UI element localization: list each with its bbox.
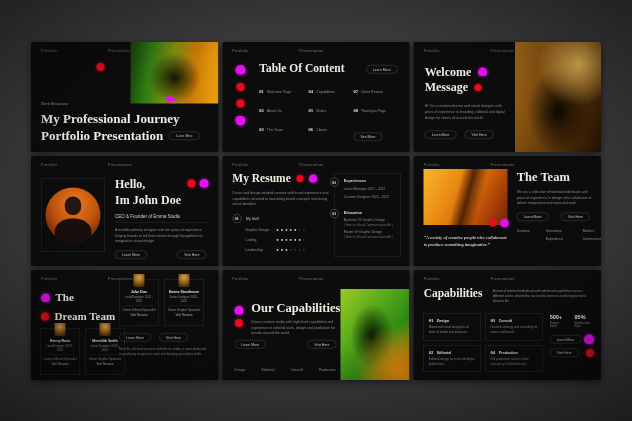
capability-desc: Full production services from concept up… [490,357,537,366]
slide-capabilities[interactable]: Portfolio Presentation Capabilities A te… [414,270,601,380]
decorative-icons [490,219,509,227]
presentation-label: Presentation [491,276,515,281]
toc-number: 05 [309,108,314,113]
learn-more-button[interactable]: Learn More [115,251,147,260]
team-member-card[interactable]: Kenny Rose Lead Designer 2021 - 2022 Own… [40,328,80,375]
slide-dream-team[interactable]: Portfolio Presentation The Dream Team Jo… [31,270,218,380]
section-number-badge: 01 [232,214,241,223]
brand-label: Portfolio [41,48,57,53]
divider [125,306,154,307]
tag-label: Consult [291,368,303,373]
visit-resume-link[interactable]: Visit Resume [41,363,80,366]
slide-intro[interactable]: Portfolio Presentation Work Showcase My … [31,42,218,152]
toc-item[interactable]: 01Welcome Page [259,89,308,108]
magenta-blob-icon [309,175,317,183]
decorative-icons [234,306,243,327]
member-photo [55,323,66,336]
resume-paragraph: Driven and design-minded creative with b… [232,190,330,207]
toc-item[interactable]: 08Thankyou Page [353,108,402,127]
learn-more-button[interactable]: Learn More [550,335,582,344]
slide-team[interactable]: Portfolio Presentation “A society of cre… [414,156,601,266]
toc-item[interactable]: 06Clients [309,127,354,146]
education-heading: Education [344,210,396,215]
toc-item[interactable]: 03The Team [259,127,308,146]
brand-label: Portfolio [232,162,248,167]
visit-here-button[interactable]: Visit Here [465,131,494,140]
visit-here-button[interactable]: Visit Here [177,251,206,260]
slide-toc[interactable]: Portfolio Presentation Table Of Content … [222,42,409,152]
red-dot-icon [97,63,105,71]
skill-dots-empty: ● [303,237,307,242]
toc-item[interactable]: 04Capabilities [309,89,354,108]
toc-label: The Team [267,128,283,133]
page-title: Welcome [425,64,508,80]
capability-box: 02Editorial Editorial design for print a… [424,345,481,372]
tag-label: Design [234,368,245,373]
toc-grid: 01Welcome Page 04Capabilities 07Client R… [259,89,402,146]
member-role: Lead Designer 2021 - 2022 [120,295,159,303]
title-line-1: The [56,292,74,303]
member-photo [134,274,145,287]
stat-value: 500+ [550,314,565,320]
see-more-button[interactable]: See More [353,132,382,141]
magenta-blob-icon [478,68,487,77]
toc-label: Thankyou Page [361,109,386,114]
team-member-card[interactable]: John Doe Lead Designer 2021 - 2022 Owner… [119,279,159,326]
value-word: Innovative [546,228,583,232]
intro-paragraph: Hi! I'm a creative director and visual d… [425,103,505,120]
presentation-label: Presentation [299,162,323,167]
visit-resume-link[interactable]: Visit Resume [86,363,125,366]
capability-label: Design [437,318,449,323]
eyebrow-label: Work Showcase [41,102,68,107]
visit-here-button[interactable]: Visit Here [561,212,590,221]
visit-here-button[interactable]: Visit Here [550,349,579,358]
page-title: The Team [517,170,593,184]
team-member-card[interactable]: Emma Strodimore Junior Designer 2020 - 2… [164,279,204,326]
education-item-sub: ( Hons in Visual Communication Art ) [344,223,396,226]
red-dot-icon [296,175,303,182]
member-role: Lead Designer 2021 - 2022 [41,344,80,352]
skill-label: Coding [245,238,276,242]
learn-more-button[interactable]: Learn More [517,212,549,221]
page-title: The Dream Team [41,292,115,322]
toc-item[interactable]: 02About Us [259,108,308,127]
slide-header: Portfolio Presentation [424,162,591,167]
camera-viewfinder-image [341,289,410,380]
learn-more-button[interactable]: Learn More [119,333,151,342]
learn-more-button[interactable]: Learn More [425,131,457,140]
visit-here-button[interactable]: Visit Here [159,333,188,342]
visit-resume-link[interactable]: Visit Resume [165,314,204,317]
divider [170,306,199,307]
visit-resume-link[interactable]: Visit Resume [120,314,159,317]
toc-label: Capabilities [316,90,335,95]
presentation-label: Presentation [491,48,515,53]
slide-header: Portfolio Presentation [232,48,399,53]
title-line-2-row: Message [425,80,508,96]
capability-label: Editorial [437,350,451,355]
skill-dots-filled: ●●● [276,247,289,252]
capability-box: 03Consult Creative strategy and consulti… [485,313,542,340]
slide-about[interactable]: Portfolio Presentation Hello, Im John Do… [31,156,218,266]
magenta-blob-icon [235,116,245,126]
brand-label: Portfolio [232,276,248,281]
magenta-blob-icon [501,219,509,227]
visit-here-button[interactable]: Visit Here [307,340,336,349]
learn-more-button[interactable]: Learn More [169,131,200,140]
presentation-label: Presentation [108,162,132,167]
team-note: Meet the talented creatives behind our s… [119,347,209,357]
red-dot-icon [236,100,244,108]
skill-section-title: My Skill [246,216,259,221]
toc-item[interactable]: 05Works [309,108,354,127]
red-dot-icon [187,179,195,187]
learn-more-button[interactable]: Learn More [366,65,398,74]
toc-item[interactable]: 07Client Review [353,89,402,108]
learn-more-button[interactable]: Learn More [234,340,266,349]
section-number-badge: 03 [330,209,339,218]
toc-number: 06 [309,127,314,132]
magenta-blob-icon [41,293,50,302]
slide-resume[interactable]: Portfolio Presentation My Resume Driven … [222,156,409,266]
slide-welcome-message[interactable]: Portfolio Presentation Welcome Message H… [414,42,601,152]
slide-our-capabilities[interactable]: Portfolio Presentation Our Capabilities … [222,270,409,380]
capability-number: 02 [429,349,434,354]
toc-label: Works [316,109,326,114]
